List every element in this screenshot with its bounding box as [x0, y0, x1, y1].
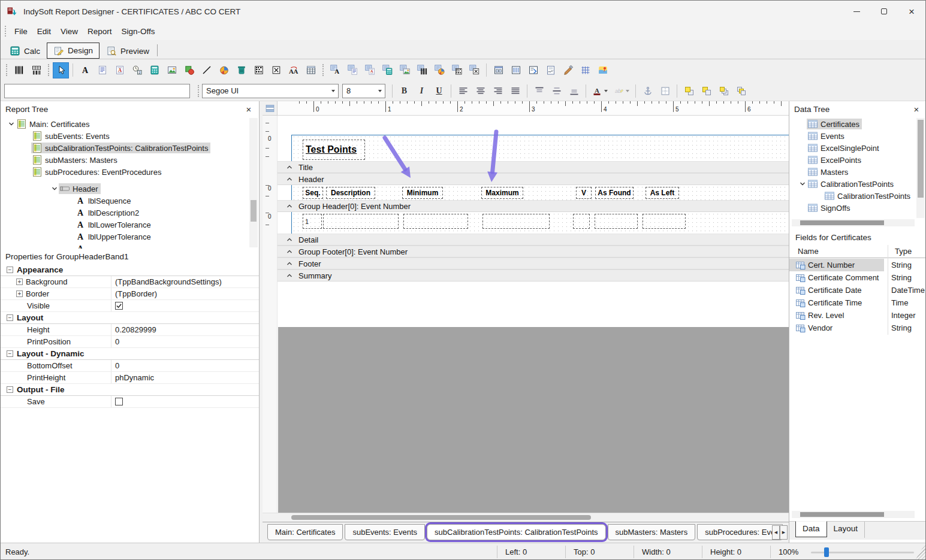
- report-tree-item-item[interactable]: A: [1, 243, 248, 249]
- detail-field-7[interactable]: [643, 214, 686, 229]
- column-label-as-left[interactable]: As Left: [646, 187, 679, 199]
- chevron-down-icon[interactable]: [7, 120, 16, 128]
- field-row-certificate-time[interactable]: Certificate TimeTime: [789, 296, 926, 309]
- bring-to-front-button[interactable]: [681, 83, 697, 99]
- collapse-icon[interactable]: −: [7, 350, 13, 357]
- subreport-tool[interactable]: [525, 62, 541, 78]
- prop-row-visible[interactable]: Visible: [1, 300, 259, 312]
- report-tree-scrollbar[interactable]: [249, 118, 258, 247]
- menu-view[interactable]: View: [56, 25, 83, 38]
- bring-forward-button[interactable]: [716, 83, 732, 99]
- checkbox-save[interactable]: [115, 398, 123, 405]
- shape-tool[interactable]: [181, 62, 197, 78]
- checkbox-visible[interactable]: [115, 302, 123, 310]
- detail-field-1[interactable]: 1: [303, 214, 322, 229]
- send-to-back-button[interactable]: [698, 83, 714, 99]
- paintbrush-tool[interactable]: [560, 62, 576, 78]
- minimize-button[interactable]: [843, 1, 870, 22]
- band-caption-header[interactable]: Header: [278, 173, 789, 185]
- close-button[interactable]: ×: [898, 1, 925, 22]
- valign-bottom-button[interactable]: [566, 83, 582, 99]
- align-justify-button[interactable]: [507, 83, 523, 99]
- report-tree-close-icon[interactable]: ×: [243, 104, 254, 114]
- designer-tab-subcalibrationtestpoints-calibrationtestpoints[interactable]: subCalibrationTestPoints: CalibrationTes…: [427, 524, 605, 540]
- collapse-band-icon[interactable]: [286, 260, 293, 267]
- band-selector-button[interactable]: [263, 101, 278, 116]
- bold-button[interactable]: B: [396, 83, 412, 99]
- align-right-button[interactable]: [490, 83, 506, 99]
- report-tree-item-subcalibrationtestpoints-calibrationtestpoints[interactable]: subCalibrationTestPoints: CalibrationTes…: [1, 142, 248, 154]
- checkbox-tool[interactable]: [268, 62, 284, 78]
- data-tree-item-calibrationtestpoints[interactable]: CalibrationTestPoints: [789, 178, 915, 190]
- expression-input[interactable]: [4, 84, 190, 98]
- font-family-dropdown-icon[interactable]: [328, 84, 338, 98]
- view-tab-design[interactable]: Design: [47, 43, 99, 59]
- collapse-band-icon[interactable]: [286, 272, 293, 279]
- detail-field-6[interactable]: [595, 214, 638, 229]
- report-tree-item-main-certificates[interactable]: Main: Certificates: [1, 118, 248, 130]
- richtext-tool[interactable]: A: [111, 62, 128, 78]
- valign-middle-button[interactable]: [548, 83, 565, 99]
- detail-field-4[interactable]: [482, 214, 550, 229]
- prop-row-height[interactable]: Height0.20829999: [1, 324, 259, 336]
- collapse-band-icon[interactable]: [286, 236, 293, 243]
- valign-top-button[interactable]: [531, 83, 547, 99]
- designer-tab-main-certificates[interactable]: Main: Certificates: [267, 524, 343, 540]
- barcode-2d-tool[interactable]: [251, 62, 267, 78]
- chevron-down-icon[interactable]: [50, 185, 59, 192]
- prop-group-layout[interactable]: −Layout: [1, 312, 259, 324]
- report-tree-item-lbluppertolerance[interactable]: AlblUpperTolerance: [1, 231, 248, 243]
- field-row-certificate-comment[interactable]: Certificate CommentString: [789, 271, 926, 284]
- collapse-band-icon[interactable]: [286, 175, 293, 183]
- view-tab-calc[interactable]: Calc: [3, 43, 47, 59]
- underline-button[interactable]: U: [431, 83, 447, 99]
- font-family-combo[interactable]: Segoe UI: [202, 84, 339, 98]
- field-row-certificate-date[interactable]: Certificate DateDateTime: [789, 284, 926, 296]
- data-tree-item-calibrationtestpoints[interactable]: CalibrationTestPoints: [789, 190, 915, 202]
- convert-case-tool[interactable]: AA: [285, 62, 301, 78]
- prop-row-save[interactable]: Save: [1, 396, 259, 408]
- report-tree-item-subevents-events[interactable]: subEvents: Events: [1, 130, 248, 142]
- memo-tool[interactable]: [94, 62, 110, 78]
- menu-file[interactable]: File: [10, 25, 32, 38]
- db-barcode-tool[interactable]: [28, 62, 44, 78]
- label-tool[interactable]: A: [77, 62, 93, 78]
- highlight-color-button[interactable]: ab: [611, 83, 632, 99]
- data-tree-item-events[interactable]: Events: [789, 130, 915, 142]
- dbcheckbox-tool[interactable]: [466, 62, 482, 78]
- designer-tab-subevents-events[interactable]: subEvents: Events: [345, 524, 425, 540]
- columns-tool[interactable]: [508, 62, 524, 78]
- panel-tab-layout[interactable]: Layout: [827, 522, 865, 538]
- prop-row-printposition[interactable]: PrintPosition0: [1, 336, 259, 348]
- collapse-icon[interactable]: −: [7, 386, 13, 393]
- report-tree-item-lbllowertolerance[interactable]: AlblLowerTolerance: [1, 219, 248, 231]
- menu-edit[interactable]: Edit: [32, 25, 56, 38]
- resize-grip[interactable]: [915, 543, 925, 560]
- band-caption-title[interactable]: Title: [278, 161, 789, 173]
- data-tree-item-signoffs[interactable]: SignOffs: [789, 202, 915, 214]
- expand-icon[interactable]: +: [16, 290, 23, 297]
- menu-sign-offs[interactable]: Sign-Offs: [117, 25, 160, 38]
- prop-row-background[interactable]: +Background(TppBandBackgroundSettings): [1, 276, 259, 288]
- position-button[interactable]: [657, 83, 673, 99]
- prop-row-bottomoffset[interactable]: BottomOffset0: [1, 360, 259, 372]
- band-caption-summary[interactable]: Summary: [278, 270, 789, 281]
- data-tree-item-excelsinglepoint[interactable]: ExcelSinglePoint: [789, 142, 915, 154]
- dbrichtext-tool[interactable]: A: [362, 62, 378, 78]
- report-title-label[interactable]: Test Points: [303, 140, 365, 160]
- fields-horizontal-scrollbar[interactable]: [792, 511, 915, 518]
- report-tree-item-lblsequence[interactable]: AlblSequence: [1, 195, 248, 207]
- dbmemo-tool[interactable]: [345, 62, 361, 78]
- collapse-icon[interactable]: −: [7, 267, 13, 273]
- collapse-band-icon[interactable]: [286, 164, 293, 171]
- zoom-slider-thumb[interactable]: [824, 547, 829, 557]
- crosstab-tool[interactable]: [233, 62, 249, 78]
- canvas-horizontal-scrollbar[interactable]: [263, 513, 789, 521]
- detail-field-3[interactable]: [403, 214, 468, 229]
- panel-tab-data[interactable]: Data: [795, 521, 827, 537]
- field-row-cert-number[interactable]: Cert. NumberString: [789, 259, 926, 271]
- dbchart-tool[interactable]: [432, 62, 448, 78]
- prop-row-border[interactable]: +Border(TppBorder): [1, 288, 259, 300]
- field-row-rev-level[interactable]: Rev. LevelInteger: [789, 309, 926, 322]
- designer-tab-subprocedures-eve[interactable]: subProcedures: Eve: [697, 524, 783, 540]
